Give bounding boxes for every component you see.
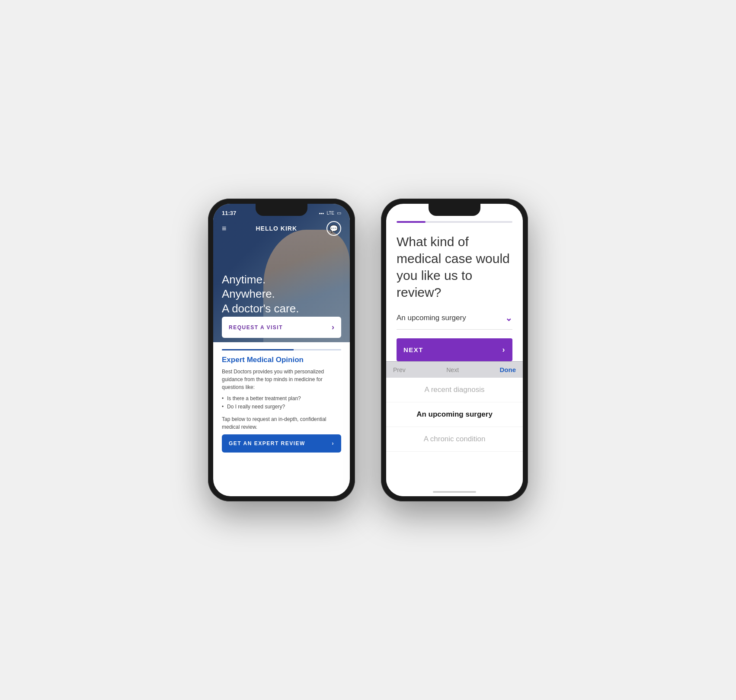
section-title: Expert Medical Opinion xyxy=(222,356,341,364)
hero-section: 11:37 ▪▪▪ LTE ▭ ≡ HELLO KIRK 💬 xyxy=(213,204,350,342)
next-toolbar-button[interactable]: Next xyxy=(446,366,459,373)
section-body: Best Doctors provides you with personali… xyxy=(222,368,341,391)
notch-1 xyxy=(256,204,307,216)
request-visit-arrow: › xyxy=(332,323,334,332)
bullet-item-1: Is there a better treatment plan? xyxy=(222,395,341,403)
next-label: NEXT xyxy=(403,346,423,353)
expert-opinion-section: Expert Medical Opinion Best Doctors prov… xyxy=(213,342,350,496)
progress-bar-fill xyxy=(397,221,426,223)
prev-button[interactable]: Prev xyxy=(393,366,406,373)
hero-text: Anytime. Anywhere. A doctor's care. xyxy=(222,273,299,316)
nav-bar: ≡ HELLO KIRK 💬 xyxy=(213,221,350,236)
keyboard-toolbar: Prev Next Done xyxy=(386,361,523,378)
next-button[interactable]: NEXT › xyxy=(397,338,512,361)
done-button[interactable]: Done xyxy=(500,366,516,373)
phone2-content-wrapper: What kind of medical case would you like… xyxy=(386,204,523,496)
phone-1-screen: 11:37 ▪▪▪ LTE ▭ ≡ HELLO KIRK 💬 xyxy=(213,204,350,496)
phone1-content-wrapper: 11:37 ▪▪▪ LTE ▭ ≡ HELLO KIRK 💬 xyxy=(213,204,350,496)
signal-icon: ▪▪▪ xyxy=(319,211,324,216)
question-title: What kind of medical case would you like… xyxy=(397,233,512,301)
status-time: 11:37 xyxy=(222,210,236,216)
dropdown-row[interactable]: An upcoming surgery ⌄ xyxy=(397,313,512,330)
hero-headline: Anytime. Anywhere. A doctor's care. xyxy=(222,273,299,316)
home-indicator-2 xyxy=(433,491,476,493)
hamburger-icon[interactable]: ≡ xyxy=(222,225,227,232)
expert-review-button[interactable]: GET AN EXPERT REVIEW › xyxy=(222,434,341,453)
tap-text: Tap below to request an in-depth, confid… xyxy=(222,415,341,431)
battery-icon: ▭ xyxy=(337,210,341,216)
cta-arrow: › xyxy=(332,440,335,446)
lte-label: LTE xyxy=(326,211,334,215)
phone2-top: What kind of medical case would you like… xyxy=(386,204,523,361)
bullet-list: Is there a better treatment plan? Do I r… xyxy=(222,395,341,411)
bullet-item-2: Do I really need surgery? xyxy=(222,403,341,411)
dropdown-selected-value: An upcoming surgery xyxy=(397,314,466,322)
request-visit-button[interactable]: REQUEST A VISIT › xyxy=(222,317,341,338)
status-icons: ▪▪▪ LTE ▭ xyxy=(319,210,341,216)
phones-container: 11:37 ▪▪▪ LTE ▭ ≡ HELLO KIRK 💬 xyxy=(208,199,528,501)
cta-label: GET AN EXPERT REVIEW xyxy=(229,440,305,446)
divider-bar xyxy=(222,349,341,350)
dropdown-chevron-icon: ⌄ xyxy=(505,313,512,323)
dropdown-options-list: A recent diagnosis An upcoming surgery A… xyxy=(386,378,523,496)
chat-icon-button[interactable]: 💬 xyxy=(326,221,341,236)
progress-bar-container xyxy=(397,221,512,223)
notch-2 xyxy=(429,204,480,216)
dropdown-option-2[interactable]: An upcoming surgery xyxy=(386,402,523,427)
nav-title: HELLO KIRK xyxy=(256,225,297,232)
dropdown-option-1[interactable]: A recent diagnosis xyxy=(386,378,523,402)
next-arrow: › xyxy=(502,345,506,354)
phone-1: 11:37 ▪▪▪ LTE ▭ ≡ HELLO KIRK 💬 xyxy=(208,199,355,501)
phone-2: What kind of medical case would you like… xyxy=(381,199,528,501)
dropdown-option-3[interactable]: A chronic condition xyxy=(386,427,523,452)
phone-2-screen: What kind of medical case would you like… xyxy=(386,204,523,496)
request-visit-label: REQUEST A VISIT xyxy=(229,324,283,331)
home-indicator-1 xyxy=(260,491,303,493)
